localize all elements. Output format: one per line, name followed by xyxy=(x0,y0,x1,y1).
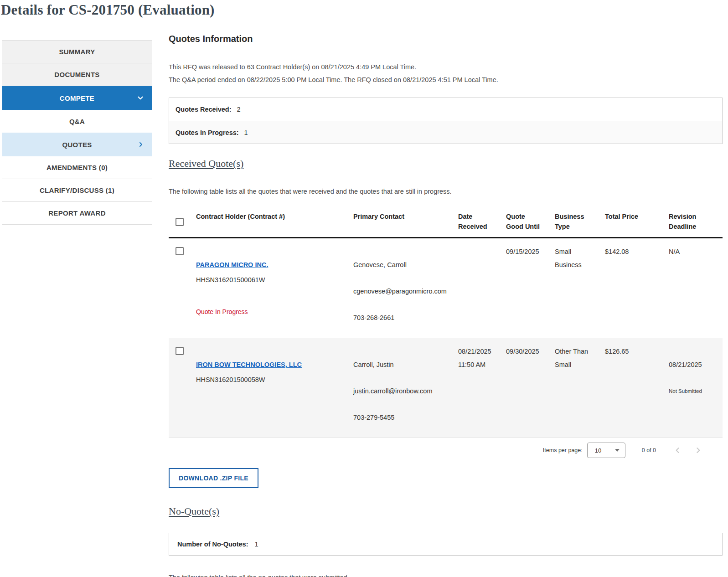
page-size-value: 10 xyxy=(595,447,601,454)
quotes-in-progress-row: Quotes In Progress: 1 xyxy=(169,121,722,144)
sidebar: SUMMARY DOCUMENTS COMPETE Q&A QUOTES AME… xyxy=(2,40,152,225)
quotes-received-value: 2 xyxy=(237,106,241,113)
quote-good-until-value: 09/30/2025 xyxy=(506,345,555,438)
contact-phone: 703-268-2661 xyxy=(353,311,453,325)
main-content: Quotes Information This RFQ was released… xyxy=(169,34,723,577)
business-type-value: Small Business xyxy=(555,245,605,338)
revision-deadline-value: N/A xyxy=(669,245,723,338)
sidebar-item-summary[interactable]: SUMMARY xyxy=(2,41,152,63)
sidebar-item-quotes[interactable]: QUOTES xyxy=(2,133,152,156)
col-date-received: Date Received xyxy=(458,211,506,232)
total-price-value: $126.65 xyxy=(605,345,669,438)
quote-good-until-value: 09/15/2025 xyxy=(506,245,555,338)
sidebar-item-label: SUMMARY xyxy=(59,48,95,56)
sidebar-item-clarify-discuss[interactable]: CLARIFY/DISCUSS (1) xyxy=(2,179,152,202)
contract-number: HHSN316201500058W xyxy=(196,373,348,386)
page-title: Details for CS-201750 (Evaluation) xyxy=(1,2,215,18)
page-size-select[interactable]: 10 xyxy=(587,443,625,458)
date-received-value xyxy=(458,245,506,338)
quotes-information-title: Quotes Information xyxy=(169,34,723,44)
quote-status: Quote In Progress xyxy=(196,307,348,316)
quotes-summary-box: Quotes Received: 2 Quotes In Progress: 1 xyxy=(169,98,723,144)
sidebar-item-amendments[interactable]: AMENDMENTS (0) xyxy=(2,156,152,179)
contact-email: cgenovese@paragonmicro.com xyxy=(353,285,453,298)
date-received-value: 08/21/2025 11:50 AM xyxy=(458,345,506,438)
no-quotes-description: The following table lists all the no-quo… xyxy=(169,574,723,577)
contract-holder-link[interactable]: PARAGON MICRO INC. xyxy=(196,260,268,270)
contact-name: Genovese, Carroll xyxy=(353,258,453,272)
revision-note: Not Submitted xyxy=(669,387,717,395)
sidebar-item-label: DOCUMENTS xyxy=(54,71,99,78)
rfq-closed-line: The Q&A period ended on 08/22/2025 5:00 … xyxy=(169,73,723,86)
sidebar-item-compete[interactable]: COMPETE xyxy=(2,86,152,110)
quotes-in-progress-label: Quotes In Progress: xyxy=(176,129,239,136)
rfq-intro: This RFQ was released to 63 Contract Hol… xyxy=(169,61,723,86)
row-checkbox[interactable] xyxy=(176,347,184,355)
items-per-page-label: Items per page: xyxy=(543,447,583,453)
sidebar-item-label: QUOTES xyxy=(62,141,92,149)
sidebar-item-label: COMPETE xyxy=(60,94,94,102)
sidebar-item-label: Q&A xyxy=(69,118,85,125)
quote-row-ironbow: IRON BOW TECHNOLOGIES, LLC HHSN316201500… xyxy=(169,338,723,438)
quotes-received-label: Quotes Received: xyxy=(176,106,232,113)
chevron-down-icon xyxy=(136,94,145,102)
col-business-type: Business Type xyxy=(555,211,605,232)
received-quotes-heading: Received Quote(s) xyxy=(169,158,723,170)
page-range-label: 0 of 0 xyxy=(642,447,656,453)
sidebar-item-report-award[interactable]: REPORT AWARD xyxy=(2,202,152,225)
total-price-value: $142.08 xyxy=(605,245,669,338)
col-total-price: Total Price xyxy=(605,211,669,232)
quotes-received-row: Quotes Received: 2 xyxy=(169,98,722,121)
paginator: Items per page: 10 0 of 0 xyxy=(169,438,723,463)
contact-email: justin.carroll@ironbow.com xyxy=(353,385,453,398)
col-quote-good-until: Quote Good Until xyxy=(506,211,555,232)
col-contract-holder: Contract Holder (Contract #) xyxy=(196,211,353,232)
sidebar-item-label: AMENDMENTS (0) xyxy=(46,164,108,171)
received-quotes-table: Contract Holder (Contract #) Primary Con… xyxy=(169,206,723,463)
no-quotes-heading: No-Quote(s) xyxy=(169,505,723,517)
contact-phone: 703-279-5455 xyxy=(353,411,453,424)
revision-deadline-value: 08/21/2025 xyxy=(669,358,717,371)
chevron-right-icon xyxy=(137,141,145,148)
received-quotes-header: Contract Holder (Contract #) Primary Con… xyxy=(169,206,723,238)
business-type-value: Other Than Small xyxy=(555,345,605,438)
download-zip-button[interactable]: DOWNLOAD .ZIP FILE xyxy=(169,468,258,488)
no-quotes-count-box: Number of No-Quotes: 1 xyxy=(169,533,723,556)
rfq-released-line: This RFQ was released to 63 Contract Hol… xyxy=(169,61,723,73)
previous-page-icon[interactable] xyxy=(673,446,682,455)
sidebar-item-label: REPORT AWARD xyxy=(48,209,106,217)
sidebar-item-qa[interactable]: Q&A xyxy=(2,110,152,133)
row-checkbox[interactable] xyxy=(176,247,184,255)
sidebar-item-label: CLARIFY/DISCUSS (1) xyxy=(40,186,114,194)
no-quotes-count-value: 1 xyxy=(254,541,258,548)
contract-number: HHSN316201500061W xyxy=(196,273,348,287)
quote-row-paragon: PARAGON MICRO INC. HHSN316201500061W Quo… xyxy=(169,238,723,338)
col-revision-deadline: Revision Deadline xyxy=(669,211,723,232)
contact-name: Carroll, Justin xyxy=(353,358,453,371)
select-caret-icon xyxy=(615,449,620,452)
col-primary-contact: Primary Contact xyxy=(353,211,458,232)
sidebar-item-documents[interactable]: DOCUMENTS xyxy=(2,63,152,86)
select-all-checkbox[interactable] xyxy=(176,218,184,226)
quotes-in-progress-value: 1 xyxy=(244,129,248,136)
no-quotes-count-label: Number of No-Quotes: xyxy=(177,541,248,548)
next-page-icon[interactable] xyxy=(693,446,702,455)
contract-holder-link[interactable]: IRON BOW TECHNOLOGIES, LLC xyxy=(196,360,302,370)
received-quotes-description: The following table lists all the quotes… xyxy=(169,188,723,195)
